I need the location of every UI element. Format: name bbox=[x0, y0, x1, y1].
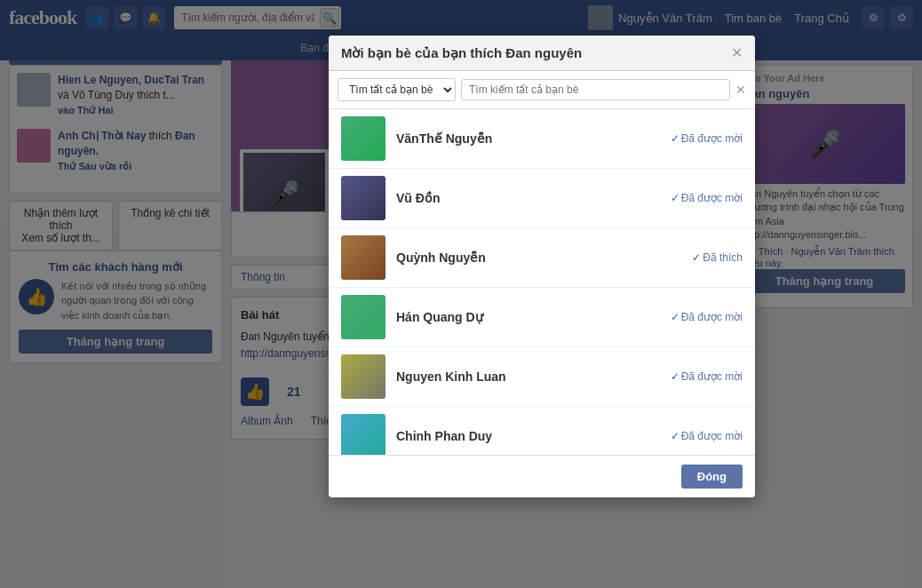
check-icon: ✓ bbox=[671, 132, 680, 145]
friend-avatar bbox=[341, 235, 385, 280]
friend-status: ✓Đã thích bbox=[692, 251, 743, 264]
friend-status: ✓Đã được mời bbox=[671, 311, 743, 323]
friend-name: Hán Quang Dự bbox=[396, 310, 660, 324]
friend-row: Hán Quang Dự ✓Đã được mời bbox=[329, 288, 755, 347]
friend-name: Nguyen Kinh Luan bbox=[396, 369, 660, 384]
friend-avatar bbox=[341, 414, 385, 449]
check-icon: ✓ bbox=[692, 251, 701, 264]
modal-title: Mời bạn bè của bạn thích Đan nguyên bbox=[341, 45, 582, 61]
check-icon: ✓ bbox=[671, 311, 680, 323]
friend-name: Chinh Phan Duy bbox=[396, 429, 660, 443]
friend-status: ✓Đã được mời bbox=[671, 430, 743, 442]
friend-row: Quỳnh Nguyễn ✓Đã thích bbox=[329, 228, 755, 288]
check-icon: ✓ bbox=[671, 192, 680, 204]
friend-row: Nguyen Kinh Luan ✓Đã được mời bbox=[329, 347, 755, 407]
friend-avatar bbox=[341, 295, 385, 339]
friend-filter-select[interactable]: Tìm tất cả bạn bè bbox=[338, 78, 456, 101]
search-clear-icon[interactable]: ✕ bbox=[735, 83, 746, 97]
search-friends-input[interactable] bbox=[461, 79, 730, 100]
friend-status: ✓Đã được mời bbox=[671, 370, 743, 383]
friend-avatar bbox=[341, 176, 385, 220]
friend-status: ✓Đã được mời bbox=[671, 192, 743, 204]
modal-toolbar: Tìm tất cả bạn bè ✕ bbox=[329, 71, 755, 109]
friend-row: Vũ Đồn ✓Đã được mời bbox=[329, 169, 755, 228]
friend-avatar bbox=[341, 116, 385, 161]
invite-modal: Mời bạn bè của bạn thích Đan nguyên ✕ Tì… bbox=[329, 36, 755, 449]
friend-row: Chinh Phan Duy ✓Đã được mời bbox=[329, 407, 755, 449]
friend-name: Quỳnh Nguyễn bbox=[396, 250, 681, 265]
modal-overlay[interactable]: Mời bạn bè của bạn thích Đan nguyên ✕ Tì… bbox=[0, 0, 922, 449]
friend-status: ✓Đã được mời bbox=[671, 132, 743, 145]
friend-name: VănThế Nguyễn bbox=[396, 131, 660, 146]
modal-close-button[interactable]: ✕ bbox=[731, 44, 743, 61]
modal-header: Mời bạn bè của bạn thích Đan nguyên ✕ bbox=[329, 36, 755, 71]
check-icon: ✓ bbox=[671, 430, 680, 442]
friend-row: VănThế Nguyễn ✓Đã được mời bbox=[329, 109, 755, 169]
friend-avatar bbox=[341, 354, 385, 399]
friend-name: Vũ Đồn bbox=[396, 191, 660, 205]
friend-list: VănThế Nguyễn ✓Đã được mời Vũ Đồn ✓Đã đư… bbox=[329, 109, 755, 449]
check-icon: ✓ bbox=[671, 370, 680, 383]
